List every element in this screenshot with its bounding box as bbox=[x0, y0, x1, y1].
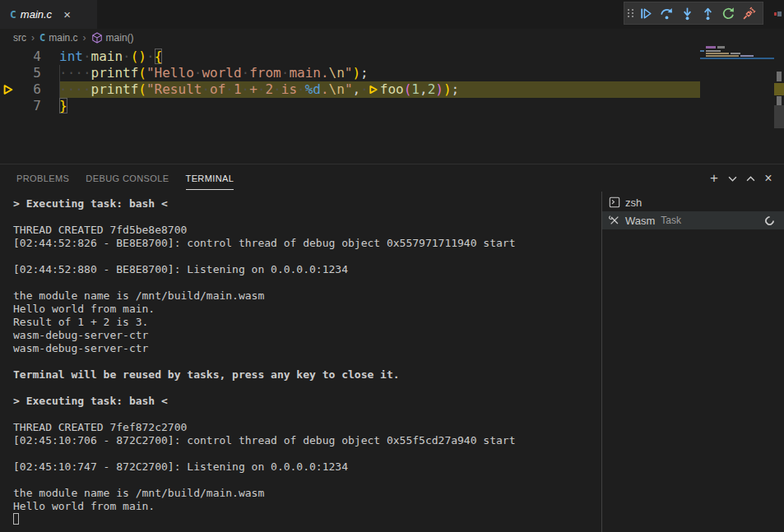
breadcrumb-separator: › bbox=[31, 32, 35, 44]
indent-guide bbox=[59, 65, 60, 98]
terminal-line: Result of 1 + 2 is 3. bbox=[13, 316, 601, 329]
ruler-marker bbox=[777, 96, 782, 105]
token: "Hello bbox=[146, 65, 194, 81]
code-editor[interactable]: 4int·main·()·{5····printf("Hello·world·f… bbox=[0, 47, 784, 164]
terminal-dropdown-button[interactable] bbox=[723, 169, 741, 187]
close-panel-button[interactable]: × bbox=[759, 169, 777, 187]
tab-terminal[interactable]: TERMINAL bbox=[186, 166, 234, 190]
task-spinner-icon bbox=[763, 214, 777, 227]
token: " bbox=[345, 81, 353, 97]
terminal-output[interactable]: > Executing task: bash < THREAD CREATED … bbox=[0, 192, 601, 532]
terminal-line bbox=[13, 355, 601, 368]
terminal-cursor bbox=[13, 513, 19, 525]
line-number: 7 bbox=[20, 98, 41, 114]
code-line[interactable]: 6····printf("Result·of·1·+·2·is·%d.\n",·… bbox=[0, 81, 700, 98]
panel-tab-bar: PROBLEMS DEBUG CONSOLE TERMINAL bbox=[16, 164, 250, 192]
artifact-dot bbox=[774, 12, 777, 16]
terminal-item-wasm-task[interactable]: Wasm Task bbox=[602, 211, 784, 229]
terminal-line bbox=[13, 474, 601, 487]
tab-debug-console[interactable]: DEBUG CONSOLE bbox=[86, 166, 169, 190]
terminal-line: Terminal will be reused by tasks, press … bbox=[13, 368, 601, 382]
ruler-marker bbox=[777, 72, 782, 81]
token: ) bbox=[352, 65, 360, 81]
terminal-line: Hello world from main. bbox=[13, 303, 601, 316]
code-line[interactable]: 4int·main·()·{ bbox=[0, 49, 700, 65]
minimap-block bbox=[706, 55, 739, 57]
token: · bbox=[257, 81, 266, 97]
token: world bbox=[202, 65, 241, 81]
run-pointer-icon[interactable] bbox=[369, 82, 380, 99]
token: from bbox=[249, 65, 281, 81]
terminal-line: wasm-debug-server-ctr bbox=[13, 329, 601, 342]
terminal-line: THREAD CREATED 7fd5be8e8700 bbox=[13, 224, 601, 237]
terminal-line: > Executing task: bash < bbox=[13, 197, 601, 210]
token: } bbox=[59, 98, 67, 113]
token: · bbox=[360, 81, 369, 97]
token: , bbox=[420, 81, 428, 97]
token: printf bbox=[91, 65, 139, 81]
minimap-block bbox=[731, 53, 740, 54]
terminal-icon bbox=[609, 197, 620, 208]
code-line[interactable]: 5····printf("Hello·world·from·main.\n"); bbox=[0, 65, 700, 81]
ruler-marker bbox=[774, 105, 784, 128]
token: 1 bbox=[411, 81, 420, 97]
debug-step-into-button[interactable] bbox=[677, 3, 698, 23]
debug-step-over-button[interactable] bbox=[656, 3, 677, 23]
debug-continue-button[interactable] bbox=[636, 3, 656, 23]
terminal-line: [02:45:10:747 - 872C2700]: Listening on … bbox=[13, 460, 601, 474]
token: foo bbox=[380, 81, 404, 97]
token: · bbox=[194, 65, 202, 81]
maximize-panel-button[interactable] bbox=[741, 169, 759, 187]
tab-main-c[interactable]: C main.c × bbox=[0, 0, 97, 29]
new-terminal-button[interactable]: + bbox=[705, 169, 723, 187]
token: · bbox=[273, 81, 281, 97]
terminal-line: wasm-debug-server-ctr bbox=[13, 342, 601, 355]
token: , bbox=[353, 81, 361, 97]
debug-restart-button[interactable] bbox=[718, 3, 739, 23]
step-over-icon bbox=[660, 7, 674, 21]
token: \n bbox=[329, 81, 345, 97]
code-text: } bbox=[59, 98, 67, 114]
token: ( bbox=[138, 65, 146, 81]
token: () bbox=[131, 49, 146, 64]
terminal-item-zsh[interactable]: zsh bbox=[602, 193, 784, 211]
tab-problems[interactable]: PROBLEMS bbox=[16, 166, 69, 190]
overview-ruler-scrollbar[interactable] bbox=[774, 47, 784, 164]
terminal-list-sidebar: zsh Wasm Task bbox=[601, 192, 784, 532]
breadcrumb-item-file[interactable]: C main.c bbox=[39, 32, 78, 44]
token: ( bbox=[404, 81, 412, 97]
token: · bbox=[242, 81, 250, 97]
terminal-line bbox=[13, 382, 601, 395]
token: ) bbox=[443, 81, 452, 97]
line-number: 4 bbox=[20, 49, 41, 65]
toolbar-drag-handle-icon[interactable] bbox=[628, 9, 634, 17]
run-pointer-icon bbox=[2, 84, 14, 95]
token: · bbox=[281, 65, 290, 81]
token: %d bbox=[305, 81, 321, 97]
minimap-block bbox=[700, 58, 774, 59]
terminal-line bbox=[13, 276, 601, 289]
terminal-line bbox=[13, 408, 601, 421]
bottom-panel: PROBLEMS DEBUG CONSOLE TERMINAL + × > Ex… bbox=[0, 164, 784, 532]
token: "Result bbox=[146, 81, 202, 97]
debug-step-out-button[interactable] bbox=[698, 3, 718, 23]
minimap-block bbox=[700, 50, 704, 52]
editor-tab-bar: C main.c × bbox=[0, 0, 784, 29]
token: of bbox=[210, 81, 225, 97]
code-line[interactable]: 7} bbox=[0, 98, 700, 114]
debug-disconnect-button[interactable] bbox=[739, 3, 759, 23]
token: . bbox=[321, 81, 329, 97]
terminal-line bbox=[13, 513, 601, 526]
terminal-line: THREAD CREATED 7fef872c2700 bbox=[13, 421, 601, 434]
tab-close-icon[interactable]: × bbox=[63, 8, 71, 21]
line-number: 5 bbox=[20, 65, 41, 81]
step-into-icon bbox=[680, 7, 694, 21]
token: + bbox=[249, 81, 257, 97]
minimap[interactable] bbox=[700, 47, 774, 164]
breadcrumb: src › C main.c › main() bbox=[0, 29, 784, 47]
token: main bbox=[91, 49, 123, 64]
breadcrumb-item-symbol[interactable]: main() bbox=[91, 32, 134, 44]
token: int bbox=[59, 49, 83, 64]
step-out-icon bbox=[701, 7, 715, 21]
breadcrumb-item-src[interactable]: src bbox=[13, 32, 26, 44]
